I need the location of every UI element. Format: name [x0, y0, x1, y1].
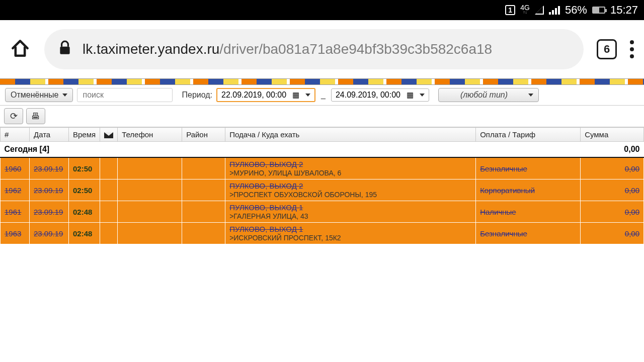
route-pickup: ПУЛКОВО, ВЫХОД 2 — [229, 182, 471, 190]
type-filter-dropdown[interactable]: (любой тип) — [438, 88, 539, 102]
cell-date: 23.09.19 — [30, 157, 69, 179]
chevron-down-icon — [420, 94, 425, 97]
route-destination: >ГАЛЕРНАЯ УЛИЦА, 43 — [229, 212, 308, 220]
cell-payment: Наличные — [476, 201, 581, 223]
col-mail[interactable] — [100, 128, 118, 142]
cell-time: 02:48 — [69, 223, 100, 244]
chevron-down-icon — [305, 94, 310, 97]
col-route[interactable]: Подача / Куда ехать — [225, 128, 476, 142]
cell-time: 02:50 — [69, 157, 100, 179]
cell-number: 1961 — [1, 201, 30, 223]
cell-payment: Корпоративный — [476, 179, 581, 201]
group-row-today: Сегодня [4] 0,00 — [1, 142, 644, 158]
url-text: lk.taximeter.yandex.ru/driver/ba081a71a8… — [83, 41, 492, 57]
envelope-icon — [104, 132, 113, 138]
url-path: /driver/ba081a71a8e94bf3b39c3b582c6a18 — [219, 41, 492, 57]
status-filter-dropdown[interactable]: Отменённые — [5, 88, 73, 102]
cell-phone — [118, 157, 182, 179]
cell-number: 1963 — [1, 223, 30, 244]
browser-toolbar: lk.taximeter.yandex.ru/driver/ba081a71a8… — [0, 20, 644, 78]
battery-icon — [592, 7, 605, 14]
cell-time: 02:48 — [69, 201, 100, 223]
overflow-menu-icon[interactable] — [630, 40, 634, 58]
network-4g-icon: 4G↑↓ — [520, 5, 530, 15]
search-input[interactable] — [77, 88, 173, 102]
cell-route: ПУЛКОВО, ВЫХОД 2>ПРОСПЕКТ ОБУХОВСКОЙ ОБО… — [225, 179, 476, 201]
orders-table: # Дата Время Телефон Район Подача / Куда… — [0, 127, 644, 244]
omnibox[interactable]: lk.taximeter.yandex.ru/driver/ba081a71a8… — [44, 29, 584, 69]
url-host: lk.taximeter.yandex.ru — [83, 41, 219, 57]
cell-phone — [118, 201, 182, 223]
table-header-row: # Дата Время Телефон Район Подача / Куда… — [1, 128, 644, 142]
cell-route: ПУЛКОВО, ВЫХОД 1>ГАЛЕРНАЯ УЛИЦА, 43 — [225, 201, 476, 223]
home-icon[interactable] — [9, 37, 31, 61]
cell-route: ПУЛКОВО, ВЫХОД 1>ИСКРОВСКИЙ ПРОСПЕКТ, 15… — [225, 223, 476, 244]
date-to-value: 24.09.2019, 00:00 — [336, 90, 400, 100]
table-row[interactable]: 196023.09.1902:50ПУЛКОВО, ВЫХОД 2>МУРИНО… — [1, 157, 644, 179]
data-triangle-icon — [535, 6, 544, 15]
battery-percent: 56% — [565, 4, 587, 17]
cell-number: 1960 — [1, 157, 30, 179]
date-from-input[interactable]: 22.09.2019, 00:00 ▦ — [216, 88, 315, 102]
cell-time: 02:50 — [69, 179, 100, 201]
cell-number: 1962 — [1, 179, 30, 201]
chevron-down-icon — [62, 94, 67, 97]
col-number[interactable]: # — [1, 128, 30, 142]
cell-mail — [100, 179, 118, 201]
cell-date: 23.09.19 — [30, 201, 69, 223]
col-phone[interactable]: Телефон — [118, 128, 182, 142]
cell-payment: Безналичные — [476, 157, 581, 179]
printer-icon: 🖶 — [31, 111, 40, 122]
cell-district — [182, 157, 225, 179]
calendar-icon: ▦ — [407, 90, 414, 100]
cell-mail — [100, 157, 118, 179]
cell-mail — [100, 223, 118, 244]
cell-sum: 0,00 — [581, 179, 644, 201]
date-from-value: 22.09.2019, 00:00 — [221, 90, 286, 100]
tab-switcher[interactable]: 6 — [597, 39, 617, 59]
action-toolbar: ⟳ 🖶 — [0, 106, 644, 127]
table-row[interactable]: 196123.09.1902:48ПУЛКОВО, ВЫХОД 1>ГАЛЕРН… — [1, 201, 644, 223]
period-label: Период: — [182, 90, 212, 100]
route-pickup: ПУЛКОВО, ВЫХОД 1 — [229, 225, 471, 233]
cell-payment: Безналичные — [476, 223, 581, 244]
date-range-dash: _ — [319, 90, 327, 100]
lock-icon — [58, 40, 71, 59]
table-row[interactable]: 196223.09.1902:50ПУЛКОВО, ВЫХОД 2>ПРОСПЕ… — [1, 179, 644, 201]
cell-district — [182, 201, 225, 223]
cell-district — [182, 223, 225, 244]
date-to-input[interactable]: 24.09.2019, 00:00 ▦ — [331, 88, 429, 102]
cell-date: 23.09.19 — [30, 223, 69, 244]
print-button[interactable]: 🖶 — [26, 108, 45, 124]
decorative-strip — [0, 78, 644, 85]
col-time[interactable]: Время — [69, 128, 100, 142]
svg-rect-0 — [60, 46, 69, 54]
group-label: Сегодня [4] — [1, 142, 581, 158]
table-row[interactable]: 196323.09.1902:48ПУЛКОВО, ВЫХОД 1>ИСКРОВ… — [1, 223, 644, 244]
clock: 15:27 — [610, 4, 638, 17]
cell-date: 23.09.19 — [30, 179, 69, 201]
route-destination: >МУРИНО, УЛИЦА ШУВАЛОВА, 6 — [229, 169, 341, 177]
col-sum[interactable]: Сумма — [581, 128, 644, 142]
group-total: 0,00 — [581, 142, 644, 158]
cell-sum: 0,00 — [581, 223, 644, 244]
signal-bars-icon — [549, 6, 560, 15]
refresh-icon: ⟳ — [10, 111, 18, 122]
cell-phone — [118, 179, 182, 201]
cell-mail — [100, 201, 118, 223]
col-payment[interactable]: Оплата / Тариф — [476, 128, 581, 142]
chevron-down-icon — [528, 94, 533, 97]
cell-phone — [118, 223, 182, 244]
cell-sum: 0,00 — [581, 201, 644, 223]
col-district[interactable]: Район — [182, 128, 225, 142]
route-pickup: ПУЛКОВО, ВЫХОД 1 — [229, 203, 471, 212]
calendar-icon: ▦ — [292, 90, 299, 100]
filter-toolbar: Отменённые Период: 22.09.2019, 00:00 ▦ _… — [0, 85, 644, 106]
route-destination: >ИСКРОВСКИЙ ПРОСПЕКТ, 15К2 — [229, 234, 341, 242]
route-destination: >ПРОСПЕКТ ОБУХОВСКОЙ ОБОРОНЫ, 195 — [229, 191, 377, 199]
sim-icon: 1 — [505, 5, 515, 15]
col-date[interactable]: Дата — [30, 128, 69, 142]
refresh-button[interactable]: ⟳ — [4, 108, 23, 124]
cell-sum: 0,00 — [581, 157, 644, 179]
cell-route: ПУЛКОВО, ВЫХОД 2>МУРИНО, УЛИЦА ШУВАЛОВА,… — [225, 157, 476, 179]
